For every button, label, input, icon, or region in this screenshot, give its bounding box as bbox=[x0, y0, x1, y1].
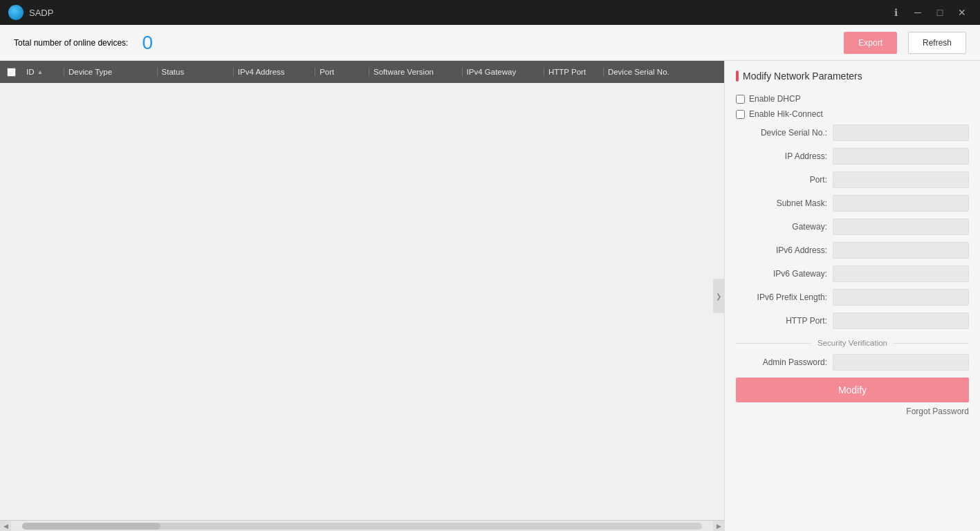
content-area: ID ▲ Device Type Status IPv4 Address Por… bbox=[0, 61, 980, 531]
title-bar-left: SADP bbox=[8, 5, 53, 20]
col-header-software[interactable]: Software Version bbox=[369, 68, 462, 76]
device-serial-input[interactable] bbox=[833, 124, 969, 141]
port-row: Port: bbox=[736, 171, 969, 188]
subnet-mask-input[interactable] bbox=[833, 195, 969, 212]
gateway-input[interactable] bbox=[833, 218, 969, 235]
admin-password-label: Admin Password: bbox=[736, 357, 833, 367]
table-header: ID ▲ Device Type Status IPv4 Address Por… bbox=[0, 61, 724, 83]
title-bar: SADP ℹ ─ □ ✕ bbox=[0, 0, 980, 25]
horizontal-scrollbar[interactable]: ◀ ▶ bbox=[0, 520, 724, 531]
ipv6-address-label: IPv6 Address: bbox=[736, 245, 833, 255]
maximize-button[interactable]: □ bbox=[930, 3, 950, 22]
info-button[interactable]: ℹ bbox=[886, 3, 905, 22]
ipv6-address-input[interactable] bbox=[833, 242, 969, 259]
scroll-right-arrow[interactable]: ▶ bbox=[713, 521, 724, 532]
gateway-label: Gateway: bbox=[736, 222, 833, 232]
col-header-port[interactable]: Port bbox=[315, 68, 369, 76]
security-verification-label: Security Verification bbox=[817, 339, 887, 347]
forgot-password-link[interactable]: Forgot Password bbox=[736, 405, 969, 422]
admin-password-row: Admin Password: bbox=[736, 354, 969, 371]
close-button[interactable]: ✕ bbox=[952, 3, 972, 22]
ip-address-row: IP Address: bbox=[736, 148, 969, 165]
ipv6-gateway-label: IPv6 Gateway: bbox=[736, 269, 833, 279]
enable-dhcp-checkbox[interactable] bbox=[736, 95, 745, 104]
col-header-status[interactable]: Status bbox=[157, 68, 233, 76]
col-header-ipv4[interactable]: IPv4 Address bbox=[233, 68, 315, 76]
device-serial-label: Device Serial No.: bbox=[736, 128, 833, 138]
panel-accent bbox=[736, 71, 739, 82]
http-port-input[interactable] bbox=[833, 313, 969, 329]
divider-line-left bbox=[736, 343, 812, 344]
device-serial-row: Device Serial No.: bbox=[736, 124, 969, 141]
select-all-checkbox[interactable] bbox=[7, 68, 16, 77]
enable-hik-connect-checkbox[interactable] bbox=[736, 110, 745, 119]
ipv6-prefix-row: IPv6 Prefix Length: bbox=[736, 289, 969, 306]
app-title: SADP bbox=[29, 8, 53, 18]
enable-hik-connect-label: Enable Hik-Connect bbox=[749, 109, 823, 119]
http-port-row: HTTP Port: bbox=[736, 313, 969, 329]
enable-hik-connect-row: Enable Hik-Connect bbox=[736, 109, 969, 119]
port-label: Port: bbox=[736, 175, 833, 185]
subnet-mask-row: Subnet Mask: bbox=[736, 195, 969, 212]
ipv6-gateway-row: IPv6 Gateway: bbox=[736, 266, 969, 282]
export-button[interactable]: Export bbox=[844, 32, 897, 54]
panel-content: Enable DHCP Enable Hik-Connect Device Se… bbox=[725, 88, 980, 531]
subnet-mask-label: Subnet Mask: bbox=[736, 198, 833, 208]
gateway-row: Gateway: bbox=[736, 218, 969, 235]
device-count: 0 bbox=[142, 32, 153, 54]
ipv6-prefix-input[interactable] bbox=[833, 289, 969, 306]
total-label: Total number of online devices: bbox=[14, 38, 128, 48]
toolbar: Total number of online devices: 0 Export… bbox=[0, 25, 980, 61]
select-all-checkbox-container[interactable] bbox=[0, 68, 22, 77]
main-container: Total number of online devices: 0 Export… bbox=[0, 25, 980, 531]
port-input[interactable] bbox=[833, 171, 969, 188]
minimize-button[interactable]: ─ bbox=[908, 3, 927, 22]
panel-title: Modify Network Parameters bbox=[743, 71, 862, 82]
app-icon bbox=[8, 5, 24, 20]
ipv6-address-row: IPv6 Address: bbox=[736, 242, 969, 259]
h-scroll-thumb[interactable] bbox=[22, 523, 160, 530]
scroll-left-arrow[interactable]: ◀ bbox=[0, 521, 11, 532]
enable-dhcp-label: Enable DHCP bbox=[749, 94, 801, 104]
admin-password-input[interactable] bbox=[833, 354, 969, 371]
network-params-form: Device Serial No.: IP Address: Port: Sub… bbox=[736, 124, 969, 329]
col-header-gateway[interactable]: IPv4 Gateway bbox=[462, 68, 544, 76]
table-body bbox=[0, 83, 724, 520]
ip-address-label: IP Address: bbox=[736, 151, 833, 161]
modify-button[interactable]: Modify bbox=[736, 378, 969, 402]
right-panel: Modify Network Parameters Enable DHCP En… bbox=[724, 61, 980, 531]
col-header-httpport[interactable]: HTTP Port bbox=[544, 68, 603, 76]
col-header-id[interactable]: ID ▲ bbox=[22, 68, 64, 76]
col-header-devicetype[interactable]: Device Type bbox=[64, 68, 157, 76]
h-scroll-track[interactable] bbox=[22, 523, 702, 530]
ipv6-prefix-label: IPv6 Prefix Length: bbox=[736, 292, 833, 302]
http-port-label: HTTP Port: bbox=[736, 316, 833, 326]
collapse-handle[interactable]: ❯ bbox=[713, 279, 724, 313]
enable-dhcp-row: Enable DHCP bbox=[736, 94, 969, 104]
sort-arrow-icon: ▲ bbox=[37, 68, 44, 75]
title-bar-controls: ℹ ─ □ ✕ bbox=[886, 3, 972, 22]
security-verification-divider: Security Verification bbox=[736, 339, 969, 347]
table-panel: ID ▲ Device Type Status IPv4 Address Por… bbox=[0, 61, 724, 531]
ipv6-gateway-input[interactable] bbox=[833, 266, 969, 282]
refresh-button[interactable]: Refresh bbox=[908, 32, 966, 54]
ip-address-input[interactable] bbox=[833, 148, 969, 165]
col-header-serialno[interactable]: Device Serial No. bbox=[603, 68, 724, 76]
divider-line-right bbox=[893, 343, 969, 344]
panel-header: Modify Network Parameters bbox=[725, 61, 980, 88]
